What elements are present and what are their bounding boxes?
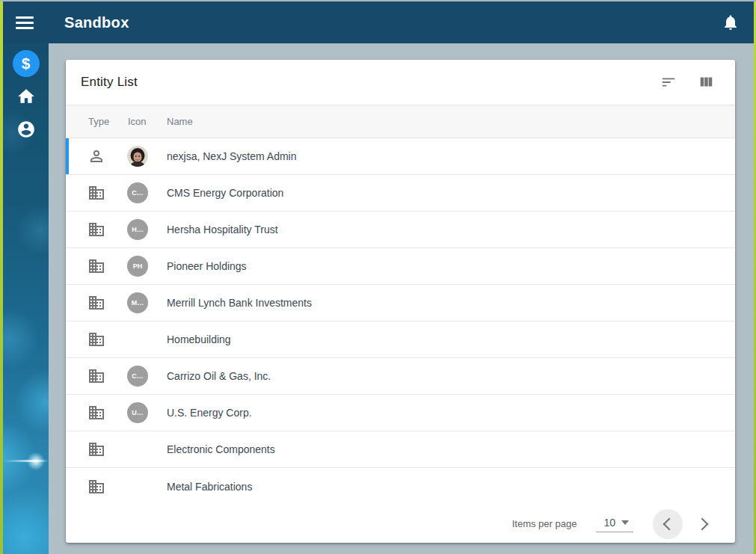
entity-name: nexjsa, NexJ System Admin <box>167 150 297 162</box>
entity-name: U.S. Energy Corp. <box>167 407 252 419</box>
window-top-edge <box>0 0 756 1</box>
entity-name: Carrizo Oil & Gas, Inc. <box>167 370 271 382</box>
column-header-name: Name <box>167 116 193 127</box>
entity-list-card: Entity List Type Icon Name <box>66 60 735 543</box>
company-type-icon <box>87 478 105 496</box>
avatar: U… <box>127 402 148 423</box>
column-header-icon: Icon <box>128 116 147 127</box>
company-type-icon <box>87 367 105 385</box>
avatar: M… <box>127 292 148 313</box>
entity-name: CMS Energy Corporation <box>167 187 283 199</box>
hamburger-icon <box>16 13 34 32</box>
next-page-button[interactable] <box>689 509 719 539</box>
notifications-bell-icon[interactable] <box>722 13 740 31</box>
lens-flare <box>3 460 49 462</box>
avatar: PH <box>127 256 148 277</box>
account-icon <box>16 120 36 139</box>
table-row[interactable]: Metal Fabrications <box>66 468 735 505</box>
menu-button[interactable] <box>0 13 49 32</box>
app-title: Sandbox <box>64 14 129 31</box>
view-columns-icon[interactable] <box>698 74 714 90</box>
entity-name: Metal Fabrications <box>167 481 252 493</box>
avatar-photo <box>127 146 148 167</box>
sidebar-item-home[interactable] <box>10 80 43 113</box>
entity-name: Merrill Lynch Bank Investments <box>167 297 312 309</box>
selected-indicator <box>66 138 69 174</box>
chevron-left-icon <box>663 517 676 530</box>
entity-name: Electronic Components <box>167 443 275 455</box>
table-row[interactable]: M… Merrill Lynch Bank Investments <box>66 285 735 321</box>
column-header-type: Type <box>88 116 109 127</box>
table-body: nexjsa, NexJ System Admin C… CMS Energy <box>66 138 735 505</box>
company-type-icon <box>87 404 105 422</box>
sidebar-item-finance[interactable]: $ <box>10 47 43 80</box>
page-size-select[interactable]: 10 <box>596 515 633 532</box>
entity-name: Hersha Hospitality Trust <box>167 224 278 236</box>
home-icon <box>16 87 36 106</box>
person-type-icon <box>87 147 105 165</box>
table-row[interactable]: Homebuilding <box>66 321 735 358</box>
company-type-icon <box>87 294 105 312</box>
table-header: Type Icon Name <box>66 105 735 138</box>
company-type-icon <box>87 184 105 202</box>
page-title: Entity List <box>81 75 138 90</box>
company-type-icon <box>87 330 105 348</box>
window-left-edge <box>0 0 3 554</box>
items-per-page-label: Items per page <box>512 518 577 529</box>
avatar: H… <box>127 219 148 240</box>
table-row[interactable]: PH Pioneer Holdings <box>66 248 735 285</box>
table-row[interactable]: U… U.S. Energy Corp. <box>66 395 735 431</box>
page-size-value: 10 <box>603 517 615 529</box>
pagination-bar: Items per page 10 <box>66 505 735 543</box>
table-row[interactable]: Electronic Components <box>66 431 735 468</box>
sidebar-item-profile[interactable] <box>10 113 43 146</box>
app-bar: Sandbox <box>0 1 756 43</box>
table-row[interactable]: C… CMS Energy Corporation <box>66 175 735 212</box>
entity-name: Pioneer Holdings <box>167 260 247 272</box>
entity-name: Homebuilding <box>167 333 231 345</box>
company-type-icon <box>87 221 105 238</box>
previous-page-button[interactable] <box>653 509 683 539</box>
sort-icon[interactable] <box>660 74 677 90</box>
sidebar: $ <box>3 43 49 554</box>
company-type-icon <box>87 257 105 275</box>
company-type-icon <box>87 440 105 458</box>
table-row[interactable]: C… Carrizo Oil & Gas, Inc. <box>66 358 735 395</box>
chevron-down-icon <box>621 520 629 525</box>
table-row[interactable]: nexjsa, NexJ System Admin <box>66 138 735 175</box>
chevron-right-icon <box>696 517 709 530</box>
avatar: C… <box>127 182 148 203</box>
dollar-icon: $ <box>13 50 40 77</box>
table-row[interactable]: H… Hersha Hospitality Trust <box>66 212 735 248</box>
avatar: C… <box>127 366 148 387</box>
